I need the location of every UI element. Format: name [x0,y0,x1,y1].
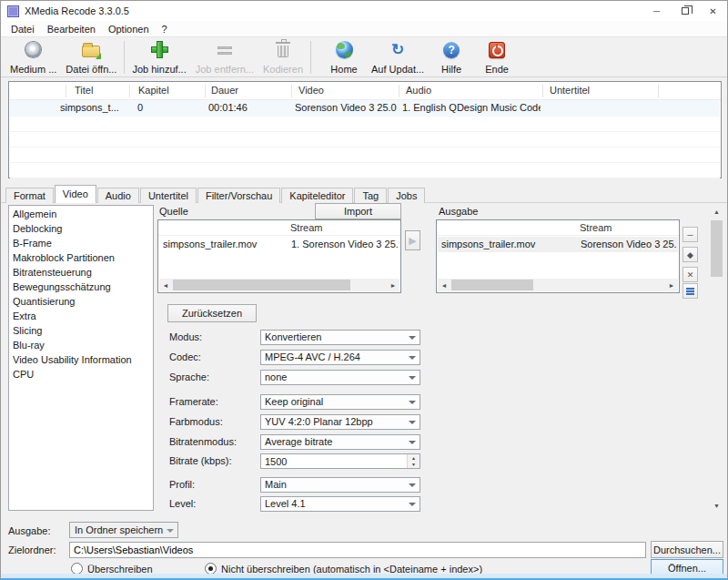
stream-remove-button[interactable]: ─ [682,227,698,242]
scroll-up-icon[interactable]: ▲ [710,205,723,219]
help-button[interactable]: ? Hilfe [429,39,474,76]
modus-select[interactable]: Konvertieren [260,330,420,345]
codec-select[interactable]: MPEG-4 AVC / H.264 [260,350,420,365]
chevron-down-icon [409,356,416,360]
scroll-left-icon[interactable]: ◄ [159,279,172,291]
spinner-arrows-icon[interactable]: ▲▼ [407,454,420,468]
menu-bearbeiten[interactable]: Bearbeiten [41,24,102,35]
open-file-button[interactable]: Datei öffn... [61,39,121,76]
tab-tag[interactable]: Tag [354,188,387,203]
section-blu-ray[interactable]: Blu-ray [9,338,153,352]
output-hscrollbar[interactable]: ◄ ► [438,279,678,291]
scroll-right-icon[interactable]: ► [665,279,678,291]
column-kapitel[interactable]: Kapitel [138,85,169,96]
section-deblocking[interactable]: Deblocking [9,221,153,236]
menu-help[interactable]: ? [156,24,174,35]
scroll-left-icon[interactable]: ◄ [438,279,450,291]
section-vui[interactable]: Video Usability Information [9,352,153,367]
output-label: Ausgabe [439,206,478,217]
farbmodus-select[interactable]: YUV 4:2:0 Planar 12bpp [260,414,420,430]
reset-button[interactable]: Zurücksetzen [167,304,257,322]
framerate-select[interactable]: Keep original [260,394,420,410]
tab-untertitel[interactable]: Untertitel [140,188,197,203]
chevron-down-icon [167,529,174,533]
video-section-list: Allgemein Deblocking B-Frame Makroblock … [8,205,154,511]
toolbar-separator [124,41,125,74]
exit-button[interactable]: Ende [474,39,520,76]
section-quantisierung[interactable]: Quantisierung [9,294,153,309]
chevron-down-icon [409,376,416,380]
chevron-down-icon [409,503,416,506]
level-select[interactable]: Level 4.1 [260,496,420,512]
codec-label: Codec: [169,351,201,362]
framerate-label: Framerate: [169,396,218,407]
scroll-down-icon[interactable]: ▼ [710,499,723,513]
section-allgemein[interactable]: Allgemein [9,207,153,221]
import-button[interactable]: Import [315,203,401,219]
open-medium-button[interactable]: Medium ... [5,39,61,76]
tab-strip: Format Video Audio Untertitel Filter/Vor… [1,185,727,203]
section-bewegungsschaetzung[interactable]: Bewegungsschätzung [9,280,153,294]
browse-button[interactable]: Durchsuchen... [651,541,723,558]
section-makroblock[interactable]: Makroblock Partitionen [9,250,153,265]
scroll-thumb[interactable] [173,280,350,290]
section-slicing[interactable]: Slicing [9,323,153,338]
profil-label: Profil: [169,479,195,490]
bitrate-stepper[interactable]: ▲▼ [260,453,420,469]
farbmodus-label: Farbmodus: [169,416,223,427]
column-untertitel[interactable]: Untertitel [550,85,590,96]
source-hscrollbar[interactable]: ◄ ► [159,279,399,291]
minimize-button[interactable]: ─ [642,1,671,21]
column-dauer[interactable]: Dauer [211,85,238,96]
trash-icon [278,41,288,59]
tab-kapiteleditor[interactable]: Kapiteleditor [281,188,353,203]
column-video[interactable]: Video [298,85,324,96]
source-stream-column: Stream [290,222,322,233]
check-update-button[interactable]: ↻ Auf Updat... [367,39,429,76]
dest-folder-input[interactable] [69,542,646,558]
close-button[interactable]: ✕ [699,1,727,21]
bitratenmodus-select[interactable]: Average bitrate [260,434,420,450]
section-bitratensteuerung[interactable]: Bitratensteuerung [9,265,153,280]
output-mode-label: Ausgabe: [8,525,50,536]
section-b-frame[interactable]: B-Frame [9,236,153,250]
home-button[interactable]: Home [321,39,367,76]
sprache-label: Sprache: [169,371,209,382]
tab-jobs[interactable]: Jobs [388,188,425,203]
output-stream-row[interactable]: simpsons_trailer.mov Sorenson Video 3 25… [438,237,678,252]
column-audio[interactable]: Audio [406,85,431,96]
tab-filter-vorschau[interactable]: Filter/Vorschau [197,188,280,203]
add-job-button[interactable]: Job hinzuf... [127,39,190,76]
scroll-thumb[interactable] [451,280,533,290]
stream-edit-button[interactable]: ◆ [682,247,698,262]
dest-folder-label: Zielordner: [8,544,56,555]
column-titel[interactable]: Titel [75,85,93,96]
scroll-right-icon[interactable]: ► [387,279,399,291]
stream-properties-button[interactable] [682,283,698,299]
menu-optionen[interactable]: Optionen [102,24,156,35]
menu-bar: Datei Bearbeiten Optionen ? [1,21,727,36]
tab-format[interactable]: Format [5,188,54,203]
restore-icon [682,7,689,15]
encode-button: Kodieren [258,39,308,76]
tab-video[interactable]: Video [55,185,96,203]
stream-delete-button[interactable]: ✕ [682,267,698,282]
source-stream-table: Stream simpsons_trailer.mov 1. Sorenson … [157,219,401,293]
chevron-down-icon [409,421,416,424]
toolbar-separator [310,41,311,74]
bitrate-label: Bitrate (kbps): [169,455,231,466]
menu-datei[interactable]: Datei [5,24,41,35]
source-stream-row[interactable]: simpsons_trailer.mov 1. Sorenson Video 3… [159,237,399,252]
section-extra[interactable]: Extra [9,309,153,323]
sprache-select[interactable]: none [260,370,420,385]
restore-button[interactable] [671,1,699,21]
profil-select[interactable]: Main [260,477,420,493]
table-row[interactable]: simpsons_t... 0 00:01:46 Sorenson Video … [10,100,720,117]
section-cpu[interactable]: CPU [9,367,153,382]
output-stream-table: Stream simpsons_trailer.mov Sorenson Vid… [436,219,680,293]
vscroll-thumb[interactable] [711,220,723,277]
output-mode-select[interactable]: In Ordner speichern [69,522,178,538]
tab-audio[interactable]: Audio [97,188,139,203]
bitratenmodus-label: Bitratenmodus: [169,436,237,447]
help-icon: ? [443,41,460,59]
